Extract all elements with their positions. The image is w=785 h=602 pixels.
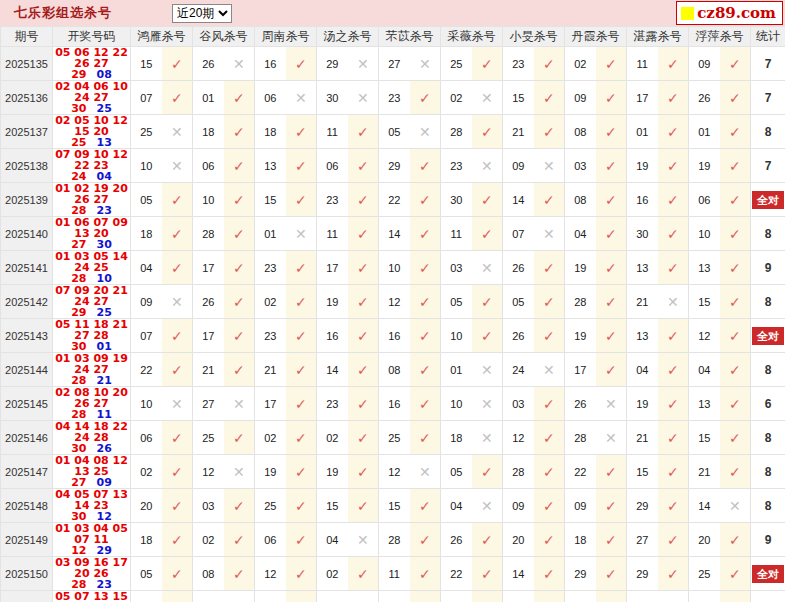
- kill-number: 29: [565, 557, 596, 590]
- kill-cell: 25✓: [441, 47, 503, 81]
- kill-number: 22: [131, 353, 162, 386]
- kill-number: 25: [379, 421, 410, 454]
- kill-number: 15: [131, 47, 162, 80]
- kill-cell: 21✓: [627, 421, 689, 455]
- check-icon: ✓: [286, 421, 317, 454]
- kill-number: 17: [565, 353, 596, 386]
- kill-cell: 23✓: [317, 387, 379, 421]
- kill-cell: 19✓: [565, 251, 627, 285]
- period-cell: 2025139: [1, 183, 53, 217]
- kill-number: 11: [627, 47, 658, 80]
- check-icon: ✓: [348, 251, 379, 284]
- kill-cell: 04✓: [627, 353, 689, 387]
- draw-main-numbers: 05 11 18 21 27 28: [55, 319, 128, 343]
- draw-main-numbers: 02 05 10 12 15 20: [55, 115, 128, 139]
- check-icon: ✓: [720, 557, 751, 590]
- period-cell: 2025141: [1, 251, 53, 285]
- check-icon: ✓: [410, 183, 441, 216]
- kill-number: 18: [441, 421, 472, 454]
- kill-cell: 01✓: [627, 115, 689, 149]
- kill-number: 26: [565, 387, 596, 420]
- draw-seventh-number: 28: [71, 272, 86, 285]
- stat-cell: 8: [751, 285, 785, 319]
- check-icon: ✓: [162, 47, 193, 80]
- kill-number: 18: [131, 217, 162, 250]
- kill-cell: 21✓: [689, 455, 751, 489]
- kill-number: 15: [627, 455, 658, 488]
- table-row: 202514901 03 04 05 07 11122918✓02✓06✓04✕…: [1, 523, 785, 557]
- draw-second-line: 2925: [53, 307, 130, 318]
- table-header-row: 期号开奖号码鸿雁杀号谷风杀号周南杀号汤之杀号芣苡杀号采薇杀号小旻杀号丹霞杀号湛露…: [1, 27, 785, 47]
- draw-seventh-number: 28: [71, 408, 86, 421]
- draw-numbers-cell: 01 03 09 19 24 272821: [53, 353, 131, 387]
- kill-number: 08: [565, 115, 596, 148]
- kill-number: 21: [627, 421, 658, 454]
- kill-cell: 07✕: [193, 591, 255, 602]
- draw-second-line: 2823: [53, 205, 130, 216]
- kill-cell: 10✓: [379, 591, 441, 602]
- kill-cell: 26✓: [193, 285, 255, 319]
- check-icon: ✓: [596, 455, 627, 488]
- period-range-select[interactable]: 近20期: [172, 4, 232, 23]
- kill-cell: 17✓: [193, 319, 255, 353]
- kill-number: 23: [441, 149, 472, 182]
- check-icon: ✓: [162, 455, 193, 488]
- kill-cell: 25✕: [131, 115, 193, 149]
- column-header: 采薇杀号: [441, 27, 503, 47]
- period-cell: 2025145: [1, 387, 53, 421]
- period-cell: 2025143: [1, 319, 53, 353]
- table-row: 202600105 07 13 15 20 22291111✓07✕17✓20✕…: [1, 591, 785, 602]
- kill-cell: 26✓: [503, 591, 565, 602]
- check-icon: ✓: [534, 319, 565, 352]
- draw-special-number: 25: [97, 306, 112, 319]
- kill-number: 28: [565, 421, 596, 454]
- kill-number: 10: [131, 387, 162, 420]
- kill-cell: 29✓: [627, 489, 689, 523]
- check-icon: ✓: [472, 455, 503, 488]
- kill-cell: 25✓: [255, 489, 317, 523]
- draw-main-numbers: 03 09 16 17 20 26: [55, 557, 128, 581]
- check-icon: ✓: [410, 81, 441, 114]
- kill-cell: 23✓: [379, 81, 441, 115]
- cross-icon: ✕: [162, 285, 193, 318]
- kill-number: 16: [379, 319, 410, 352]
- check-icon: ✓: [472, 115, 503, 148]
- table-row: 202514701 04 08 12 13 25270902✓12✕19✓19✓…: [1, 455, 785, 489]
- draw-numbers-cell: 01 04 08 12 13 252709: [53, 455, 131, 489]
- check-icon: ✓: [286, 251, 317, 284]
- column-header: 丹霞杀号: [565, 27, 627, 47]
- check-icon: ✓: [410, 387, 441, 420]
- kill-number: 02: [255, 285, 286, 318]
- kill-cell: 13✓: [255, 149, 317, 183]
- check-icon: ✓: [658, 421, 689, 454]
- period-cell: 2025144: [1, 353, 53, 387]
- kill-number: 29: [627, 489, 658, 522]
- check-icon: ✓: [534, 115, 565, 148]
- kill-number: 21: [627, 285, 658, 318]
- kill-number: 30: [317, 81, 348, 114]
- check-icon: ✓: [286, 523, 317, 556]
- cross-icon: ✕: [224, 455, 255, 488]
- kill-cell: 02✕: [441, 81, 503, 115]
- kill-cell: 12✓: [689, 319, 751, 353]
- kill-number: 25: [131, 115, 162, 148]
- kill-number: 22: [565, 455, 596, 488]
- check-icon: ✓: [658, 557, 689, 590]
- kill-number: 11: [379, 557, 410, 590]
- check-icon: ✓: [534, 387, 565, 420]
- kill-number: 14: [689, 489, 720, 522]
- column-header: 小旻杀号: [503, 27, 565, 47]
- draw-main-numbers: 04 14 18 22 24 28: [55, 421, 128, 445]
- column-header: 汤之杀号: [317, 27, 379, 47]
- draw-seventh-number: 30: [71, 510, 86, 523]
- draw-seventh-number: 27: [71, 238, 86, 251]
- stat-cell: 7: [751, 81, 785, 115]
- draw-seventh-number: 28: [71, 204, 86, 217]
- check-icon: ✓: [596, 217, 627, 250]
- kill-cell: 09✓: [503, 489, 565, 523]
- check-icon: ✓: [162, 489, 193, 522]
- kill-cell: 03✓: [503, 387, 565, 421]
- kill-cell: 27✓: [627, 523, 689, 557]
- site-logo[interactable]: cz89.com: [676, 1, 783, 25]
- draw-numbers-cell: 03 09 16 17 20 262823: [53, 557, 131, 591]
